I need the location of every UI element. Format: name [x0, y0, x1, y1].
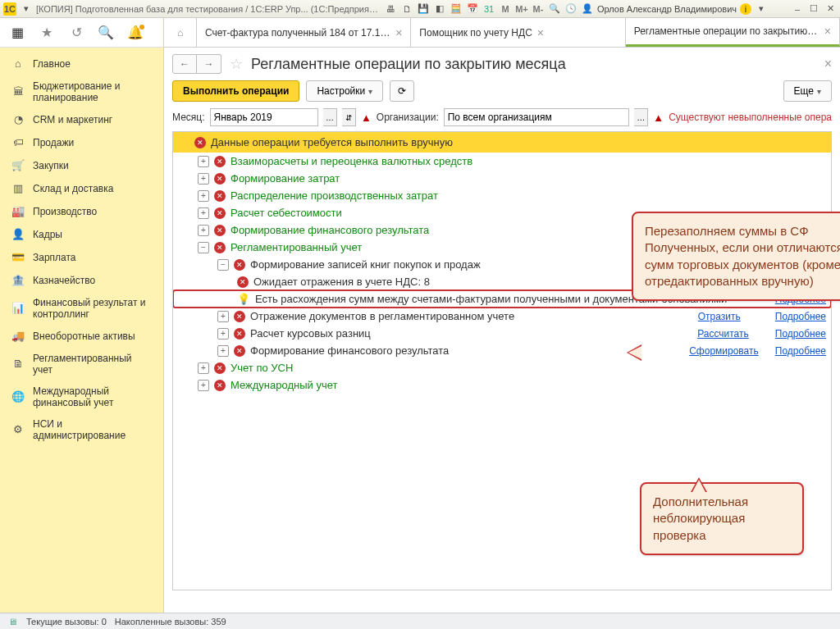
link-details[interactable]: Подробнее	[775, 328, 826, 340]
tab-vat-helper[interactable]: Помощник по учету НДС×	[411, 18, 625, 47]
sidebar-item-purchases[interactable]: 🛒Закупки	[0, 154, 163, 177]
sidebar-item-crm[interactable]: ◔CRM и маркетинг	[0, 108, 163, 131]
sidebar-item-finresult[interactable]: 📊Финансовый результат и контроллинг	[0, 292, 163, 325]
error-icon: ✕	[214, 156, 226, 167]
close-icon[interactable]: ×	[824, 25, 831, 38]
link-reflect[interactable]: Отразить	[698, 311, 741, 322]
expand-icon[interactable]: +	[217, 345, 229, 357]
error-icon: ✕	[214, 225, 226, 236]
expand-icon[interactable]: +	[198, 380, 209, 391]
tree-item[interactable]: +✕Формирование финансового результатаСфо…	[173, 342, 831, 359]
tab-month-close[interactable]: Регламентные операции по закрытию месяца…	[626, 18, 840, 47]
error-icon: ✕	[214, 207, 226, 219]
budget-icon: 🏛	[11, 85, 25, 98]
sidebar-item-sales[interactable]: 🏷Продажи	[0, 131, 163, 154]
more-button[interactable]: Еще	[783, 80, 832, 102]
link-generate[interactable]: Сформировать	[689, 345, 759, 357]
link-details[interactable]: Подробнее	[775, 345, 826, 357]
tree-item[interactable]: +✕Отражение документов в регламентирован…	[173, 308, 831, 325]
expand-icon[interactable]: +	[198, 190, 209, 202]
expand-icon[interactable]: +	[198, 225, 209, 236]
tree-item[interactable]: +✕Формирование затрат	[173, 170, 831, 187]
sidebar-item-main[interactable]: ⌂Главное	[0, 52, 163, 75]
work-area: ⌂ Счет-фактура полученный 184 от 17.10.2…	[164, 18, 840, 613]
expand-icon[interactable]: +	[198, 156, 209, 167]
info-dd-icon[interactable]: ▾	[755, 2, 768, 16]
people-icon: 👤	[11, 228, 25, 241]
error-icon: ✕	[194, 137, 206, 148]
back-button[interactable]: ←	[172, 54, 197, 74]
sidebar-item-ifrs[interactable]: 🌐Международный финансовый учет	[0, 381, 163, 413]
close-icon[interactable]: ×	[395, 26, 402, 39]
tree-item[interactable]: +✕Учет по УСН	[173, 359, 831, 376]
sidebar-item-treasury[interactable]: 🏦Казначейство	[0, 269, 163, 292]
refresh-button[interactable]: ⟳	[390, 80, 414, 102]
home-tab[interactable]: ⌂	[164, 18, 197, 47]
dropdown-icon[interactable]: ▾	[20, 2, 33, 16]
crm-icon: ◔	[11, 113, 25, 126]
m-plus-icon[interactable]: M+	[515, 2, 528, 16]
compare-icon[interactable]: ◧	[433, 2, 446, 16]
sidebar-item-admin[interactable]: ⚙НСИ и администрирование	[0, 413, 163, 446]
preview-icon[interactable]: 🗋	[400, 2, 413, 16]
history-nav-icon[interactable]: ↺	[69, 25, 84, 40]
close-window-icon[interactable]: ✕	[824, 2, 837, 16]
sidebar-item-salary[interactable]: 💳Зарплата	[0, 246, 163, 269]
zoom-icon[interactable]: 🔍	[548, 2, 561, 16]
maximize-icon[interactable]: ☐	[807, 2, 820, 16]
bell-icon[interactable]: 🔔	[128, 25, 143, 40]
sales-icon: 🏷	[11, 136, 25, 149]
close-icon[interactable]: ×	[537, 26, 544, 39]
save-icon[interactable]: 💾	[417, 2, 430, 16]
error-icon: ✕	[214, 362, 226, 374]
sidebar-item-regaccount[interactable]: 🗎Регламентированный учет	[0, 348, 163, 381]
tree-item[interactable]: +✕Международный учет	[173, 376, 831, 394]
link-calculate[interactable]: Рассчитать	[697, 328, 749, 340]
org-picker-button[interactable]: …	[634, 108, 648, 126]
info-icon[interactable]: i	[740, 3, 751, 15]
sidebar-item-production[interactable]: 🏭Производство	[0, 200, 163, 223]
execute-button[interactable]: Выполнить операции	[172, 80, 299, 102]
minimize-icon[interactable]: –	[791, 2, 804, 16]
link-details[interactable]: Подробнее	[775, 311, 826, 322]
tree-item[interactable]: +✕Взаиморасчеты и переоценка валютных ср…	[173, 153, 831, 170]
calendar-icon[interactable]: 📅	[466, 2, 479, 16]
org-field[interactable]: По всем организациям	[444, 108, 630, 126]
collapse-icon[interactable]: −	[198, 242, 209, 253]
expand-icon[interactable]: +	[198, 173, 209, 185]
error-text: Существуют невыполненные опера	[669, 112, 832, 123]
star-icon[interactable]: ★	[39, 25, 54, 40]
date-icon[interactable]: 31	[482, 2, 495, 16]
sidebar-item-budget[interactable]: 🏛Бюджетирование и планирование	[0, 75, 163, 108]
expand-icon[interactable]: +	[217, 311, 229, 322]
tree-item[interactable]: +✕Расчет курсовых разницРассчитатьПодроб…	[173, 325, 831, 342]
collapse-icon[interactable]: −	[217, 259, 229, 271]
apps-icon[interactable]: ▦	[10, 25, 25, 40]
sidebar-item-assets[interactable]: 🚚Внеоборотные активы	[0, 325, 163, 348]
month-field[interactable]: Январь 2019	[210, 108, 318, 126]
expand-icon[interactable]: +	[198, 207, 209, 219]
sidebar-item-warehouse[interactable]: ▥Склад и доставка	[0, 177, 163, 200]
m-minus-icon[interactable]: M-	[532, 2, 545, 16]
sidebar-item-hr[interactable]: 👤Кадры	[0, 223, 163, 246]
forward-button[interactable]: →	[197, 54, 221, 74]
expand-icon[interactable]: +	[198, 362, 209, 374]
month-stepper-button[interactable]: ⇵	[342, 108, 356, 126]
print-icon[interactable]: 🖶	[384, 2, 397, 16]
history-icon[interactable]: 🕓	[564, 2, 578, 16]
m-icon[interactable]: M	[499, 2, 512, 16]
warehouse-icon: ▥	[11, 182, 25, 195]
org-label: Организации:	[377, 112, 439, 123]
settings-button[interactable]: Настройки	[306, 80, 383, 102]
favorite-icon[interactable]: ☆	[230, 55, 243, 73]
month-picker-button[interactable]: …	[323, 108, 337, 126]
calc-icon[interactable]: 🧮	[450, 2, 463, 16]
tree-item[interactable]: +✕Распределение производственных затрат	[173, 187, 831, 204]
search-icon[interactable]: 🔍	[98, 25, 113, 40]
expand-icon[interactable]: +	[217, 328, 229, 340]
sidebar: ▦ ★ ↺ 🔍 🔔 ⌂Главное 🏛Бюджетирование и пла…	[0, 18, 164, 613]
page-close-icon[interactable]: ×	[824, 57, 832, 71]
tab-invoice[interactable]: Счет-фактура полученный 184 от 17.10.201…	[197, 18, 411, 47]
status-bar: 🖥 Текущие вызовы: 0 Накопленные вызовы: …	[0, 613, 840, 629]
month-label: Месяц:	[172, 112, 205, 123]
